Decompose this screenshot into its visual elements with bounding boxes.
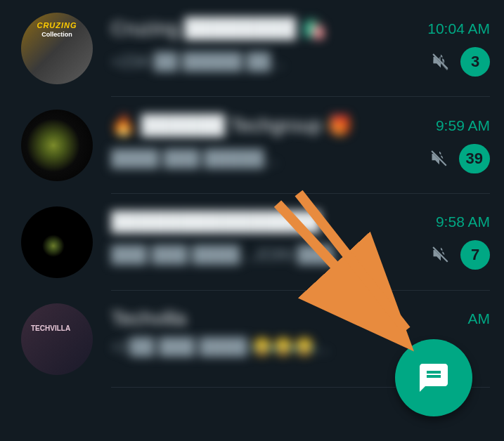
chat-time: 9:59 AM — [436, 117, 490, 134]
avatar[interactable] — [21, 13, 93, 84]
chat-title: Cruzing ████████ 🛍️ — [111, 17, 326, 40]
chat-content: Cruzing ████████ 🛍️ 10:04 AM +234 ██ ███… — [111, 13, 490, 77]
unread-badge: 3 — [460, 47, 490, 77]
chat-header: Techvilla AM — [111, 308, 490, 330]
chat-item[interactable]: 🔥 ██████ Techgroup 🎁 9:59 AM ████ ███ ██… — [0, 97, 504, 194]
chat-header: ███████████████ 9:58 AM — [111, 211, 490, 233]
chat-icon — [417, 361, 451, 395]
chat-time: 10:04 AM — [427, 20, 490, 37]
muted-icon — [429, 149, 449, 169]
chat-list: Cruzing ████████ 🛍️ 10:04 AM +234 ██ ███… — [0, 0, 504, 388]
unread-badge: 7 — [460, 240, 490, 270]
chat-item[interactable]: Cruzing ████████ 🛍️ 10:04 AM +234 ██ ███… — [0, 0, 504, 97]
chat-title: Techvilla — [111, 308, 186, 330]
chat-meta: 7 — [431, 240, 490, 270]
chat-header: 🔥 ██████ Techgroup 🎁 9:59 AM — [111, 114, 490, 137]
muted-icon — [431, 245, 451, 265]
chat-content: 🔥 ██████ Techgroup 🎁 9:59 AM ████ ███ ██… — [111, 110, 490, 173]
chat-header: Cruzing ████████ 🛍️ 10:04 AM — [111, 17, 490, 40]
chat-title: ███████████████ — [111, 211, 321, 233]
chat-meta: 39 — [429, 144, 490, 173]
chat-snippet-row: +234 ██ █████ ██... 3 — [111, 47, 490, 77]
muted-icon — [431, 52, 451, 72]
avatar[interactable] — [21, 110, 93, 181]
chat-time: AM — [468, 310, 491, 327]
chat-snippet: ███ ███ ████...JOIN ███... — [111, 245, 347, 265]
chat-title: 🔥 ██████ Techgroup 🎁 — [111, 114, 352, 137]
chat-snippet-row: ████ ███ █████... 39 — [111, 144, 490, 173]
chat-snippet: +234 ██ █████ ██... — [111, 52, 285, 72]
chat-snippet: +2██ ███ ████ 😂😂😂... — [111, 337, 329, 357]
new-chat-button[interactable] — [395, 339, 472, 416]
unread-badge: 39 — [459, 144, 490, 173]
chat-snippet-row: ███ ███ ████...JOIN ███... 7 — [111, 240, 490, 270]
avatar[interactable] — [21, 206, 93, 278]
chat-snippet: ████ ███ █████... — [111, 149, 278, 169]
chat-item[interactable]: ███████████████ 9:58 AM ███ ███ ████...J… — [0, 194, 504, 291]
chat-meta: 3 — [431, 47, 490, 77]
avatar[interactable] — [21, 303, 93, 375]
chat-time: 9:58 AM — [436, 213, 490, 230]
chat-content: ███████████████ 9:58 AM ███ ███ ████...J… — [111, 206, 490, 270]
